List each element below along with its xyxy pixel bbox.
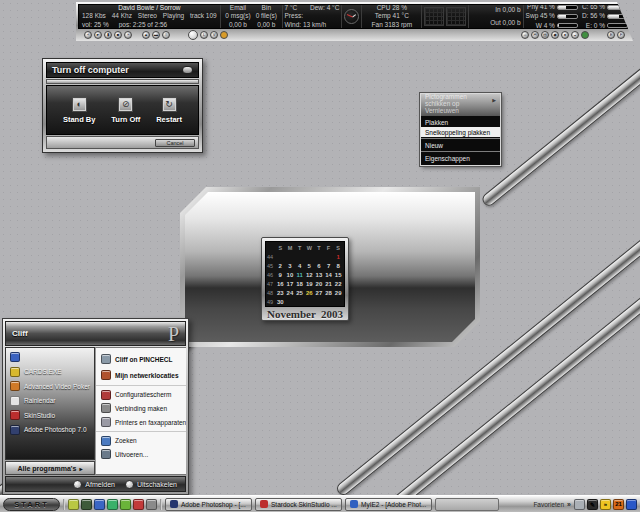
tray-browser-icon[interactable] xyxy=(626,499,637,510)
calendar-cell[interactable]: 1 xyxy=(333,253,343,262)
calendar-cell[interactable]: 4 xyxy=(295,262,305,271)
empty-task-button[interactable] xyxy=(435,498,499,511)
calendar-cell[interactable] xyxy=(324,253,334,262)
calendar-cell[interactable]: 28 xyxy=(324,289,334,298)
start-item-video-poker[interactable]: Advanced Video Poker xyxy=(6,379,94,394)
calendar-cell[interactable] xyxy=(314,298,324,307)
amber-button[interactable] xyxy=(220,31,228,39)
calendar-cell[interactable]: 8 xyxy=(333,262,343,271)
drive-e-button[interactable]: E xyxy=(607,31,615,39)
calendar-cell[interactable]: 7 xyxy=(324,262,334,271)
calendar-cell[interactable]: 12 xyxy=(304,271,314,280)
calendar-cell[interactable]: 25 xyxy=(295,289,305,298)
calendar-cell[interactable]: 2 xyxy=(275,262,285,271)
home-button[interactable]: ⌂ xyxy=(521,31,529,39)
calendar-cell[interactable]: 17 xyxy=(285,280,295,289)
globe-button[interactable]: ◒ xyxy=(571,31,579,39)
standby-button[interactable]: ◐ Stand By xyxy=(63,97,96,124)
quicklaunch-icon-4[interactable] xyxy=(107,499,118,510)
start-item-myie2[interactable] xyxy=(6,350,94,365)
calendar-widget[interactable]: SMTWTFS441452345678469101112131415471617… xyxy=(261,237,349,321)
mail-button[interactable]: ✉ xyxy=(531,31,539,39)
calendar-cell[interactable]: 23 xyxy=(275,289,285,298)
start-item-connect-to[interactable]: Verbinding maken ▸ xyxy=(96,401,186,415)
turnoff-button[interactable]: ⊘ Turn Off xyxy=(111,97,140,124)
start-item-my-computer[interactable]: Cliff on PINCHECL xyxy=(96,351,186,367)
task-myie2[interactable]: MyIE2 - [Adobe Phot... xyxy=(345,498,432,511)
ball-button[interactable] xyxy=(188,30,198,40)
start-item-skinstudio[interactable]: SkinStudio xyxy=(6,408,94,423)
start-item-rainlendar[interactable]: Rainlendar xyxy=(6,394,94,409)
calendar-cell[interactable] xyxy=(304,253,314,262)
folder-button[interactable]: ▤ xyxy=(541,31,549,39)
calendar-cell[interactable]: 21 xyxy=(324,280,334,289)
net-button[interactable]: ● xyxy=(561,31,569,39)
calendar-cell[interactable]: 15 xyxy=(333,271,343,280)
quicklaunch-icon-2[interactable] xyxy=(81,499,92,510)
next-button[interactable]: » xyxy=(124,31,132,39)
player-system-bar[interactable]: David Bowie / Sorrow 128 Kbs44 KhzStereo… xyxy=(76,2,633,41)
minimize-button[interactable]: ▬ xyxy=(152,31,160,39)
task-photoshop[interactable]: Adobe Photoshop - [... xyxy=(165,498,252,511)
calendar-cell[interactable] xyxy=(324,298,334,307)
context-menu-item[interactable]: Nieuw xyxy=(421,138,500,150)
playlist-button[interactable]: ≡ xyxy=(162,31,170,39)
flag-button[interactable]: ◆ xyxy=(551,31,559,39)
quicklaunch-icon-7[interactable] xyxy=(146,499,157,510)
calendar-cell[interactable] xyxy=(275,253,285,262)
start-button[interactable]: START xyxy=(3,498,60,511)
l-button[interactable]: L xyxy=(200,31,208,39)
tray-launcher-icon[interactable]: » xyxy=(600,499,611,510)
calendar-cell[interactable]: 30 xyxy=(275,298,285,307)
calendar-cell[interactable]: 5 xyxy=(304,262,314,271)
calendar-cell[interactable]: 3 xyxy=(285,262,295,271)
dialog-close-button[interactable] xyxy=(182,66,193,74)
calendar-cell[interactable]: 20 xyxy=(314,280,324,289)
context-menu-item[interactable]: Plakken xyxy=(421,117,500,127)
quicklaunch-icon-1[interactable] xyxy=(68,499,79,510)
calendar-cell[interactable]: 22 xyxy=(333,280,343,289)
start-item-cards[interactable]: CARDS.EXE xyxy=(6,365,94,380)
calendar-cell[interactable]: 29 xyxy=(333,289,343,298)
calendar-cell[interactable]: 24 xyxy=(285,289,295,298)
start-item-printers[interactable]: Printers en faxapparaten xyxy=(96,415,186,429)
prev-button[interactable]: « xyxy=(84,31,92,39)
all-programs-button[interactable]: Alle programma's ▸ xyxy=(5,461,95,475)
drive-f-button[interactable]: F xyxy=(617,31,625,39)
calendar-cell[interactable] xyxy=(285,298,295,307)
calendar-cell[interactable]: 26 xyxy=(304,289,314,298)
calendar-cell[interactable]: 11 xyxy=(295,271,305,280)
calendar-cell[interactable]: 19 xyxy=(304,280,314,289)
start-item-search[interactable]: Zoeken xyxy=(96,431,186,447)
calendar-cell[interactable]: 6 xyxy=(314,262,324,271)
calendar-cell[interactable]: 13 xyxy=(314,271,324,280)
calendar-cell[interactable]: 16 xyxy=(275,280,285,289)
context-menu-item[interactable]: Snelkoppeling plakken xyxy=(421,127,500,137)
v-button[interactable]: V xyxy=(210,31,218,39)
logoff-button[interactable]: Afmelden xyxy=(73,480,115,489)
calendar-cell[interactable] xyxy=(304,298,314,307)
calendar-cell[interactable]: 10 xyxy=(285,271,295,280)
green-button[interactable] xyxy=(581,31,589,39)
start-item-photoshop[interactable]: Adobe Photoshop 7.0 xyxy=(6,423,94,438)
start-item-run[interactable]: Uitvoeren... xyxy=(96,447,186,461)
tray-pencil-icon[interactable]: ✎ xyxy=(587,499,598,510)
calendar-cell[interactable]: 18 xyxy=(295,280,305,289)
calendar-cell[interactable] xyxy=(333,298,343,307)
calendar-cell[interactable]: 9 xyxy=(275,271,285,280)
start-item-network-places[interactable]: Mijn netwerklocaties xyxy=(96,367,186,383)
favorites-toolbar-label[interactable]: Favorieten xyxy=(533,501,564,508)
shutdown-button[interactable]: Uitschakelen xyxy=(125,480,177,489)
start-item-control-panel[interactable]: Configuratiescherm ▸ xyxy=(96,385,186,401)
stop-button[interactable]: ■ xyxy=(114,31,122,39)
quicklaunch-icon-5[interactable] xyxy=(120,499,131,510)
pause-button[interactable]: ▮ xyxy=(104,31,112,39)
eject-button[interactable]: ▲ xyxy=(142,31,150,39)
calendar-cell[interactable]: 14 xyxy=(324,271,334,280)
dialog-titlebar[interactable]: Turn off computer xyxy=(46,62,199,78)
play-button[interactable]: ► xyxy=(94,31,102,39)
calendar-cell[interactable] xyxy=(285,253,295,262)
tray-volume-icon[interactable] xyxy=(574,499,585,510)
context-menu-item[interactable]: Eigenschappen xyxy=(421,151,500,163)
calendar-cell[interactable]: 27 xyxy=(314,289,324,298)
